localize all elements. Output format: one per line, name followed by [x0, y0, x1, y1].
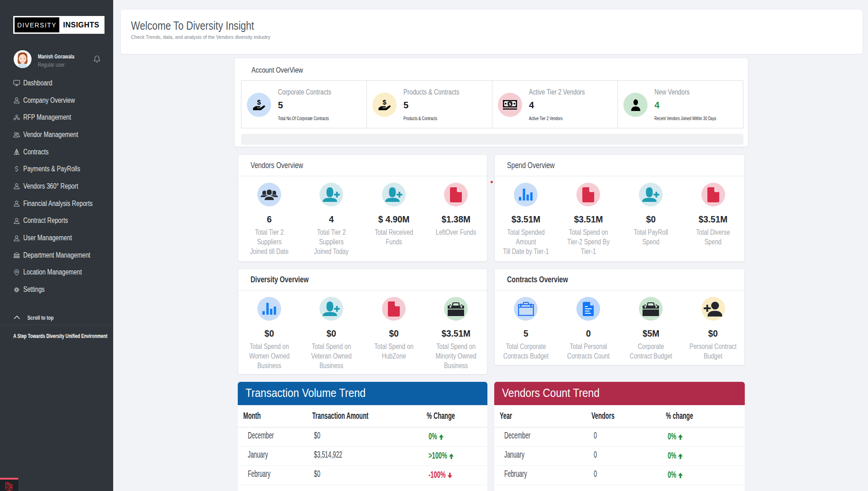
svg-text:$: $	[382, 99, 387, 106]
svg-text:$: $	[257, 99, 261, 106]
svg-text:$: $	[509, 101, 512, 106]
